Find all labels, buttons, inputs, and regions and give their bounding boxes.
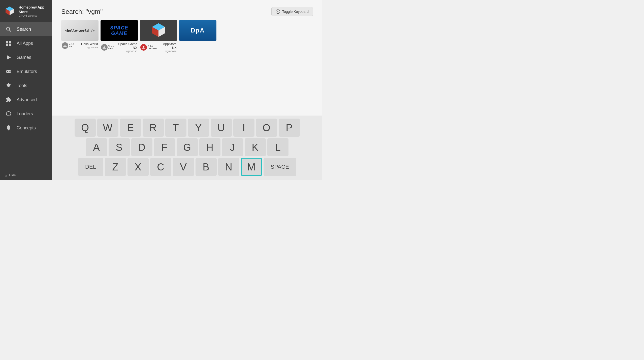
key-W[interactable]: W [97,119,118,137]
app-author-space-game: vgmoose [126,50,137,53]
key-X[interactable]: X [127,158,149,176]
key-DEL[interactable]: DEL [78,158,103,176]
sidebar-item-games-label: Games [17,55,31,60]
app-name-space-game: Space Game NX [115,42,137,50]
key-J[interactable]: J [222,138,243,156]
update-circle-appstore [140,44,147,51]
app-thumbnail-hello-world: <hello-world /> [61,20,99,41]
sidebar-item-advanced-label: Advanced [17,97,37,102]
apps-grid: <hello-world /> v. 1.1 GET Hello World v… [52,20,322,116]
sidebar-item-loaders[interactable]: Loaders [0,107,52,121]
version-number-appstore: v. 1.0 [148,45,157,47]
app-thumbnail-appstore [140,20,177,41]
main-content: Search: "vgm" Y Toggle Keyboard <hello-w… [52,0,322,180]
sidebar-footer[interactable]: ⌻ Hide [0,170,52,180]
sidebar-app-title: Homebrew App Store [19,5,48,14]
key-F[interactable]: F [154,138,175,156]
sidebar-item-tools-label: Tools [17,83,27,88]
key-G[interactable]: G [177,138,198,156]
svg-point-19 [8,116,9,116]
app-logo [4,6,15,17]
sidebar-item-concepts-label: Concepts [17,125,36,131]
sidebar-item-games[interactable]: Games [0,50,52,64]
key-Z[interactable]: Z [105,158,126,176]
key-L[interactable]: L [267,138,288,156]
play-icon [5,54,12,61]
sidebar-header: Homebrew App Store GPLv3 License [0,0,52,22]
sidebar-item-emulators-label: Emulators [17,69,37,74]
key-T[interactable]: T [165,119,186,137]
svg-rect-22 [8,129,10,130]
keyboard: Q W E R T Y U I O P A S D F G H J K L DE… [52,116,322,180]
key-H[interactable]: H [199,138,220,156]
key-A[interactable]: A [86,138,107,156]
version-badge-space-game: v. 1.1 GET [101,44,114,51]
version-number-space-game: v. 1.1 [108,45,114,47]
lightbulb-icon [5,124,12,131]
key-I[interactable]: I [233,119,254,137]
version-badge-hello-world: v. 1.1 GET [62,42,74,49]
key-B[interactable]: B [196,158,217,176]
svg-rect-8 [9,44,11,46]
dba-thumb-text: DpA [191,27,205,34]
key-V[interactable]: V [173,158,194,176]
key-Q[interactable]: Q [75,119,96,137]
version-action-hello-world: GET [69,45,74,48]
search-icon [5,26,12,33]
sidebar-item-advanced[interactable]: Advanced [0,93,52,107]
key-M[interactable]: M [241,158,262,176]
app-info-appstore: v. 1.0 UPDATE AppStore NX vgmoose [140,42,177,53]
app-name-block-hello-world: Hello World vgmoose [76,42,98,49]
sidebar-item-concepts[interactable]: Concepts [0,121,52,135]
app-card-appstore-nx[interactable]: v. 1.0 UPDATE AppStore NX vgmoose [140,20,177,53]
version-text-appstore: v. 1.0 UPDATE [148,45,157,50]
svg-point-13 [9,71,10,71]
version-number-hello-world: v. 1.1 [69,43,74,46]
key-N[interactable]: N [218,158,239,176]
key-D[interactable]: D [131,138,152,156]
key-R[interactable]: R [143,119,164,137]
app-info-space-game: v. 1.1 GET Space Game NX vgmoose [101,42,138,53]
sidebar: Homebrew App Store GPLv3 License Search [0,0,52,180]
hello-world-thumb-text: <hello-world /> [65,29,94,32]
key-Y[interactable]: Y [188,119,209,137]
sidebar-item-search[interactable]: Search [0,22,52,36]
version-action-space-game: GET [108,47,114,50]
key-K[interactable]: K [245,138,266,156]
sidebar-app-subtitle: GPLv3 License [19,14,48,17]
key-E[interactable]: E [120,119,141,137]
key-P[interactable]: P [279,119,300,137]
key-U[interactable]: U [211,119,232,137]
app-author-hello-world: vgmoose [87,46,98,49]
get-circle-hello-world [62,42,68,49]
app-name-block-appstore: AppStore NX vgmoose [158,42,177,53]
app-info-hello-world: v. 1.1 GET Hello World vgmoose [61,42,99,49]
key-O[interactable]: O [256,119,277,137]
dots-circle-icon [5,110,12,117]
svg-marker-9 [7,55,11,60]
app-name-appstore: AppStore NX [158,42,177,50]
sidebar-item-all-apps[interactable]: All Apps [0,36,52,50]
sidebar-title-block: Homebrew App Store GPLv3 License [19,5,48,17]
toggle-keyboard-icon: Y [276,9,280,14]
sidebar-item-tools[interactable]: Tools [0,79,52,93]
hide-label: Hide [9,173,16,177]
sidebar-item-loaders-label: Loaders [17,111,33,117]
app-name-hello-world: Hello World [81,42,98,46]
version-text-space-game: v. 1.1 GET [108,45,114,50]
key-S[interactable]: S [109,138,130,156]
app-thumbnail-space-game: SPACEGAME [101,20,138,41]
sidebar-item-emulators[interactable]: Emulators [0,64,52,79]
version-action-appstore: UPDATE [148,47,157,50]
app-card-space-game[interactable]: SPACEGAME v. 1.1 GET Space Game NX vgmoo… [101,20,138,53]
toggle-keyboard-button[interactable]: Y Toggle Keyboard [271,7,313,16]
svg-rect-23 [8,130,9,130]
app-card-hello-world[interactable]: <hello-world /> v. 1.1 GET Hello World v… [61,20,99,53]
version-badge-appstore: v. 1.0 UPDATE [140,44,157,51]
key-SPACE[interactable]: SPACE [264,158,296,176]
app-thumbnail-dba: DpA [179,20,216,41]
svg-line-4 [9,30,11,32]
puzzle-icon [5,96,12,103]
app-card-dba[interactable]: DpA [179,20,216,53]
key-C[interactable]: C [150,158,171,176]
